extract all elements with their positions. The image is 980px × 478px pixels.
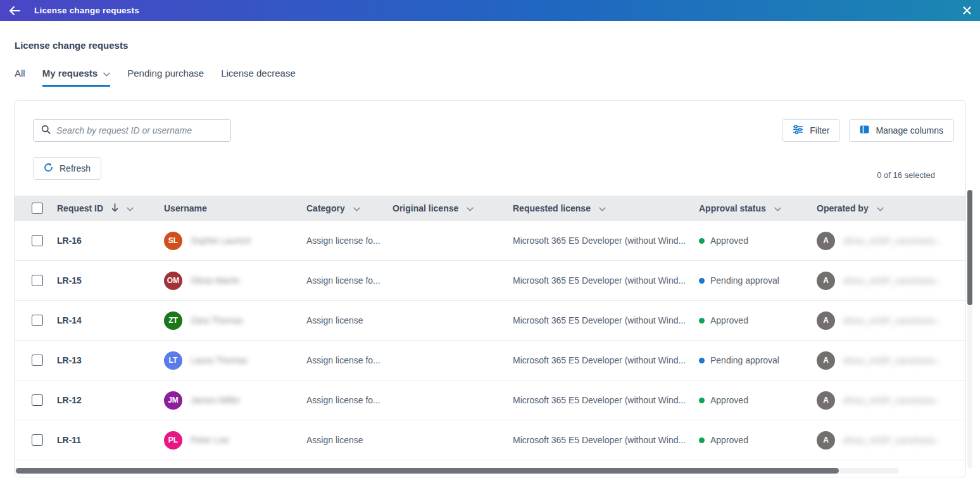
col-original-license[interactable]: Original license bbox=[393, 203, 513, 213]
username-cell: LT Laura Thomas bbox=[164, 351, 306, 370]
dialog-title: License change requests bbox=[34, 6, 139, 15]
chevron-down-icon[interactable] bbox=[774, 203, 781, 213]
operated-by-cell: A df1ws_AO5F_nanoframe... bbox=[817, 431, 965, 450]
filter-sliders-icon bbox=[793, 125, 803, 136]
approval-status-cell: Approved bbox=[699, 435, 817, 445]
operated-by-cell: A df1ws_AO5F_nanoframe... bbox=[817, 232, 965, 250]
col-username[interactable]: Username bbox=[164, 203, 306, 213]
username-cell: PL Peter Lee bbox=[164, 431, 306, 450]
row-checkbox[interactable] bbox=[32, 315, 43, 326]
requests-card: Filter Manage columns Refresh bbox=[14, 100, 966, 477]
username-text: Olivia Martin bbox=[191, 275, 240, 286]
dialog-header: License change requests bbox=[0, 0, 980, 21]
operator-avatar: A bbox=[817, 311, 835, 330]
request-id: LR-16 bbox=[57, 236, 164, 246]
col-operated-by[interactable]: Operated by bbox=[817, 203, 965, 213]
manage-columns-button[interactable]: Manage columns bbox=[849, 119, 954, 142]
search-input[interactable] bbox=[56, 125, 223, 135]
category-cell: Assign license fo... bbox=[306, 236, 393, 246]
chevron-down-icon[interactable] bbox=[877, 203, 884, 213]
refresh-icon bbox=[44, 163, 53, 174]
col-category[interactable]: Category bbox=[306, 203, 393, 213]
table-row[interactable]: LR-16 SL Sophie Laurent Assign license f… bbox=[15, 221, 965, 261]
status-label: Approved bbox=[710, 236, 748, 246]
status-label: Approved bbox=[710, 435, 748, 445]
status-label: Approved bbox=[710, 395, 748, 405]
row-checkbox[interactable] bbox=[32, 275, 43, 286]
requested-license-cell: Microsoft 365 E5 Developer (without Wind… bbox=[513, 435, 699, 445]
col-requested-license[interactable]: Requested license bbox=[513, 203, 699, 213]
operator-avatar: A bbox=[817, 232, 835, 250]
request-id: LR-13 bbox=[57, 355, 164, 365]
close-icon[interactable] bbox=[957, 4, 971, 17]
operator-avatar: A bbox=[817, 272, 835, 290]
username-text: Peter Lee bbox=[191, 435, 229, 445]
toolbar-buttons: Filter Manage columns bbox=[782, 119, 954, 142]
requested-license-cell: Microsoft 365 E5 Developer (without Wind… bbox=[513, 355, 699, 365]
request-id: LR-12 bbox=[57, 395, 164, 405]
status-label: Pending approval bbox=[710, 275, 779, 286]
username-cell: SL Sophie Laurent bbox=[164, 232, 306, 250]
table-row[interactable]: LR-12 JM James Miller Assign license fo.… bbox=[15, 381, 965, 420]
toolbar: Filter Manage columns bbox=[15, 101, 965, 142]
chevron-down-icon[interactable] bbox=[353, 203, 360, 213]
request-id: LR-14 bbox=[57, 315, 164, 325]
select-all-checkbox[interactable] bbox=[32, 203, 43, 214]
category-cell: Assign license fo... bbox=[306, 275, 393, 286]
chevron-down-icon bbox=[103, 68, 110, 79]
chevron-down-icon[interactable] bbox=[127, 203, 134, 213]
refresh-button[interactable]: Refresh bbox=[33, 157, 101, 180]
status-dot bbox=[699, 278, 705, 284]
filter-button[interactable]: Filter bbox=[782, 119, 840, 142]
operator-text: df1ws_AO5F_nanoframe... bbox=[843, 316, 941, 325]
sort-desc-icon[interactable] bbox=[111, 203, 118, 214]
approval-status-cell: Approved bbox=[699, 315, 817, 325]
category-cell: Assign license fo... bbox=[306, 355, 393, 365]
user-avatar: SL bbox=[164, 232, 182, 250]
username-text: James Miller bbox=[191, 395, 241, 405]
status-dot bbox=[699, 398, 705, 403]
status-label: Pending approval bbox=[710, 355, 779, 365]
operator-avatar: A bbox=[817, 391, 835, 410]
user-avatar: PL bbox=[164, 431, 182, 450]
col-request-id[interactable]: Request ID bbox=[57, 203, 164, 214]
tab-bar: All My requests Pending purchase License… bbox=[15, 68, 966, 87]
table-row[interactable]: LR-11 PL Peter Lee Assign license Micros… bbox=[15, 420, 965, 460]
tab-all[interactable]: All bbox=[15, 68, 25, 87]
table-row[interactable]: LR-15 OM Olivia Martin Assign license fo… bbox=[15, 261, 965, 301]
row-checkbox[interactable] bbox=[32, 355, 43, 366]
status-dot bbox=[699, 358, 705, 363]
operator-text: df1ws_AO5F_nanoframe... bbox=[843, 356, 941, 365]
vertical-scrollbar-thumb[interactable] bbox=[967, 190, 972, 305]
row-checkbox[interactable] bbox=[32, 394, 43, 406]
tab-pending-purchase[interactable]: Pending purchase bbox=[127, 68, 204, 87]
username-text: Laura Thomas bbox=[191, 355, 248, 365]
table-row[interactable]: LR-13 LT Laura Thomas Assign license fo.… bbox=[15, 341, 965, 381]
requested-license-cell: Microsoft 365 E5 Developer (without Wind… bbox=[513, 315, 699, 325]
operator-avatar: A bbox=[817, 351, 835, 370]
username-text: Sophie Laurent bbox=[191, 236, 251, 246]
user-avatar: JM bbox=[164, 391, 182, 410]
table-row[interactable]: LR-14 ZT Zara Thomas Assign license Micr… bbox=[15, 301, 965, 341]
horizontal-scrollbar-thumb[interactable] bbox=[16, 468, 839, 474]
status-dot bbox=[699, 437, 705, 443]
row-checkbox[interactable] bbox=[32, 235, 43, 246]
category-cell: Assign license bbox=[306, 435, 393, 445]
requested-license-cell: Microsoft 365 E5 Developer (without Wind… bbox=[513, 275, 699, 286]
search-box bbox=[33, 119, 231, 142]
operated-by-cell: A df1ws_AO5F_nanoframe... bbox=[817, 391, 965, 410]
col-approval-status[interactable]: Approval status bbox=[699, 203, 817, 213]
chevron-down-icon[interactable] bbox=[599, 203, 606, 213]
requests-table: Request ID Username Category bbox=[15, 196, 965, 460]
tab-license-decrease[interactable]: License decrease bbox=[221, 68, 296, 87]
row-checkbox[interactable] bbox=[32, 434, 43, 446]
tab-my-requests[interactable]: My requests bbox=[42, 68, 111, 87]
back-arrow-icon[interactable] bbox=[9, 4, 25, 17]
page-title: License change requests bbox=[15, 40, 966, 51]
operator-text: df1ws_AO5F_nanoframe... bbox=[843, 276, 941, 286]
request-id: LR-11 bbox=[57, 435, 164, 445]
chevron-down-icon[interactable] bbox=[467, 203, 474, 213]
operator-text: df1ws_AO5F_nanoframe... bbox=[843, 396, 941, 405]
username-cell: OM Olivia Martin bbox=[164, 272, 306, 290]
columns-icon bbox=[860, 125, 869, 135]
